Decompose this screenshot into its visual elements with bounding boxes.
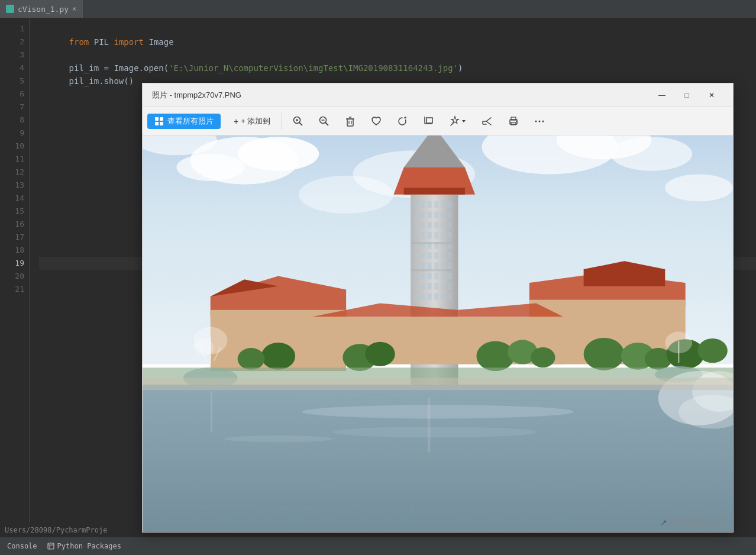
svg-rect-103 [414,293,418,299]
file-path: Users/28098/PycharmProje [5,526,107,534]
console-button[interactable]: Console [7,542,37,550]
rotate-button[interactable] [390,111,414,132]
view-all-photos-button[interactable]: 查看所有照片 [147,114,221,129]
zoom-in-button[interactable] [286,111,310,132]
keyword-import: import [114,37,148,47]
status-bar: Console Python Packages [0,537,756,555]
svg-rect-14 [347,119,353,126]
svg-rect-105 [428,293,432,299]
line-num-12: 12 [15,166,24,179]
svg-rect-0 [48,543,54,549]
svg-rect-83 [441,252,445,259]
svg-rect-108 [448,293,452,299]
heart-icon [370,115,382,127]
svg-line-13 [325,122,328,125]
svg-point-35 [238,137,319,170]
tab-filename: cVison_1.py [18,5,69,14]
zoom-out-icon [318,115,330,127]
svg-rect-68 [421,232,425,238]
svg-point-31 [539,120,541,122]
delete-icon [344,115,356,127]
zoom-out-button[interactable] [312,111,336,132]
line-num-10: 10 [15,140,24,153]
svg-rect-23 [427,118,432,123]
svg-rect-72 [448,232,452,238]
toolbar-separator-1 [281,113,282,130]
line-num-7: 7 [20,101,24,114]
arrow-icon: ↗ [660,518,667,527]
share-button[interactable] [476,111,499,132]
line-num-1: 1 [20,22,24,36]
svg-rect-107 [441,293,445,299]
svg-rect-81 [428,252,432,259]
svg-rect-54 [448,201,452,208]
svg-line-24 [451,123,453,125]
more-button[interactable] [528,111,551,132]
maximize-button[interactable]: □ [675,86,699,105]
svg-point-137 [193,339,214,356]
svg-point-127 [584,338,625,370]
keyword-from: from [69,37,94,47]
photo-toolbar: 查看所有照片 + + 添加到 [143,107,733,135]
svg-rect-106 [434,293,438,299]
line-num-6: 6 [20,88,24,101]
line-num-5: 5 [20,75,24,88]
svg-rect-95 [441,273,445,279]
svg-rect-70 [434,232,438,238]
print-icon [508,115,519,127]
svg-rect-50 [421,201,425,208]
svg-marker-19 [403,117,407,118]
svg-rect-57 [428,212,432,218]
svg-rect-59 [441,212,445,218]
crop-icon [422,115,434,127]
svg-point-147 [224,435,333,442]
line-num-16: 16 [15,218,24,231]
svg-rect-110 [411,269,458,271]
svg-rect-49 [414,201,418,208]
line-num-4: 4 [20,62,24,75]
photo-content: ↗ CSDN @Bravo① [143,135,733,532]
python-packages-button[interactable]: Python Packages [47,542,121,550]
svg-rect-65 [441,222,445,228]
print-button[interactable] [502,111,525,132]
delete-button[interactable] [338,111,362,132]
svg-point-36 [176,154,244,181]
close-button[interactable]: ✕ [700,86,723,105]
svg-rect-55 [414,212,418,218]
svg-rect-102 [448,283,452,289]
svg-rect-99 [428,283,432,289]
svg-rect-94 [434,273,438,279]
svg-rect-88 [434,263,438,269]
zoom-in-icon [292,115,304,127]
svg-point-43 [299,176,394,214]
svg-point-29 [516,121,517,122]
svg-rect-56 [421,212,425,218]
tab-cvison[interactable]: cVison_1.py × [0,0,83,18]
svg-rect-60 [448,212,452,218]
svg-point-146 [332,427,536,437]
svg-rect-71 [441,232,445,238]
crop-button[interactable] [416,111,440,132]
svg-rect-89 [441,263,445,269]
python-file-icon [6,5,14,13]
like-button[interactable] [364,111,388,132]
enhance-button[interactable] [442,111,473,132]
svg-rect-92 [421,273,425,279]
svg-rect-86 [421,263,425,269]
svg-point-30 [535,120,537,122]
tab-close-button[interactable]: × [72,5,76,13]
photo-title: 照片 - tmpmp2x70v7.PNG [152,90,241,101]
svg-rect-63 [428,222,432,228]
nav-label: 查看所有照片 [167,116,214,127]
minimize-button[interactable]: — [650,86,674,105]
svg-rect-58 [434,212,438,218]
share-icon [482,115,493,127]
svg-point-42 [665,174,733,201]
watermark-text: CSDN @Bravo① [669,519,723,527]
svg-rect-144 [428,398,431,453]
add-to-button[interactable]: + + 添加到 [228,111,276,132]
svg-rect-53 [441,201,445,208]
svg-point-126 [238,348,265,370]
svg-rect-66 [448,222,452,228]
packages-label: Python Packages [57,542,121,550]
